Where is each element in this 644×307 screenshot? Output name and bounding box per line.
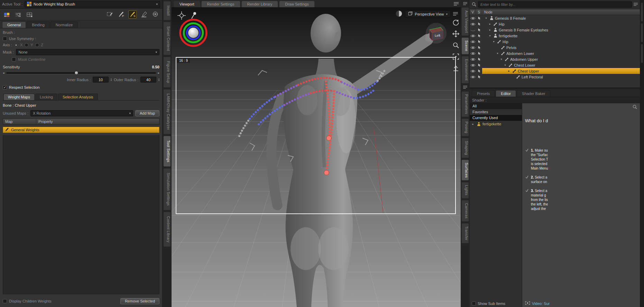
weight-map-grid-icon[interactable] [26, 10, 34, 19]
unused-maps-dropdown[interactable]: X Rotation ▾ [30, 110, 133, 116]
tree-node-label[interactable]: Genesis 8 Female [495, 16, 526, 20]
tree-row[interactable]: ▾Hip [470, 39, 640, 45]
tree-node-label[interactable]: Genesis 8 Female Eyelashes [499, 28, 548, 32]
surface-tree-label[interactable]: fertigekette [482, 122, 501, 126]
dock-tab-transfer[interactable]: Transfer [461, 223, 469, 243]
dock-tab-figure-setup[interactable]: Figure Setup [163, 57, 171, 88]
tree-node-label[interactable]: Hip [503, 40, 508, 44]
sensitivity-handle[interactable] [75, 71, 79, 75]
tab-binding[interactable]: Binding [27, 21, 50, 28]
dock-tab-cameras[interactable]: Cameras [461, 200, 469, 222]
tree-node-label[interactable]: Hip [499, 22, 505, 26]
mask-centerline-checkbox[interactable]: ✓ [12, 57, 16, 61]
selectable-cursor-icon[interactable] [476, 57, 482, 61]
selectable-cursor-icon[interactable] [476, 51, 482, 55]
dock-tab-aux-viewport[interactable]: Aux Viewport [461, 7, 469, 36]
axis-x-radio[interactable] [14, 43, 18, 47]
filter-all[interactable]: All [470, 103, 522, 109]
tree-row[interactable]: ▾Abdomen Upper [470, 56, 640, 62]
map-column-header[interactable]: Map [3, 119, 36, 124]
visibility-column-header[interactable]: V [470, 9, 476, 15]
dock-tab-surfaces[interactable]: Surfaces [461, 160, 469, 181]
expand-arrow-icon[interactable]: ▾ [488, 34, 492, 37]
filter-currently-used[interactable]: Currently Used [470, 115, 522, 121]
selectable-cursor-icon[interactable] [476, 28, 482, 32]
expand-arrow-icon[interactable]: ▾ [484, 17, 488, 20]
visibility-eye-icon[interactable] [470, 22, 476, 26]
dock-tab-parameters[interactable]: Parameters [461, 91, 469, 117]
dock-tab-scene[interactable]: Scene [461, 37, 469, 54]
use-symmetry-checkbox[interactable]: ✓ [3, 37, 7, 41]
respect-selection-checkbox[interactable]: ✓ [3, 85, 7, 89]
visibility-eye-icon[interactable] [470, 69, 476, 73]
filter-favorites[interactable]: Favorites [470, 109, 522, 115]
slider-decrement-icon[interactable]: ◂ [3, 71, 4, 75]
mask-dropdown[interactable]: None ▾ [16, 49, 159, 55]
tree-row[interactable]: ▾Genesis 8 Female [470, 15, 640, 21]
geometry-select-icon[interactable] [105, 10, 114, 19]
weight-map-shaded-icon[interactable] [14, 10, 22, 19]
tree-node-label[interactable]: Chest Lower [514, 63, 535, 67]
active-tool-selector[interactable]: Node Weight Map Brush ▾ [25, 1, 160, 8]
tree-row[interactable]: ▾fertigekette [470, 33, 640, 39]
slider-increment-icon[interactable]: ▸ [158, 71, 159, 75]
tab-viewport[interactable]: Viewport [174, 1, 200, 7]
video-link-label[interactable]: Video: Sur [532, 301, 550, 306]
tree-row[interactable]: ▾Chest Lower [470, 62, 640, 68]
view-cube[interactable]: Left [425, 22, 448, 44]
tab-draw-settings[interactable]: Draw Settings [279, 1, 314, 7]
dock-tab-install[interactable]: Install [163, 1, 171, 20]
expand-arrow-icon[interactable]: ▾ [499, 58, 503, 61]
tree-row[interactable]: ▸Genesis 8 Female Eyelashes [470, 27, 640, 33]
camera-selector[interactable]: Perspective View ▾ [405, 10, 451, 18]
dock-tab-shaping[interactable]: Shaping [461, 138, 469, 158]
show-sub-items-checkbox[interactable]: ✓ [472, 301, 476, 306]
expand-arrow-icon[interactable]: ▸ [507, 69, 511, 73]
smooth-brush-icon[interactable]: S [128, 10, 137, 19]
tree-node-label[interactable]: Chest Upper [518, 69, 539, 73]
expand-arrow-icon[interactable]: ▸ [471, 123, 475, 126]
tree-node-label[interactable]: Left Pectoral [522, 75, 543, 79]
tab-presets[interactable]: Presets [472, 90, 495, 97]
tab-locking[interactable]: Locking [35, 94, 57, 100]
node-column-header[interactable]: Node [482, 9, 640, 15]
pan-icon[interactable] [452, 30, 460, 38]
weight-dropper-icon[interactable] [140, 10, 148, 19]
3d-scene[interactable] [172, 8, 461, 307]
dock-tab-simulation-settings[interactable]: Simulation Settings [163, 168, 171, 210]
visibility-eye-icon[interactable] [470, 34, 476, 38]
tree-node-label[interactable]: Abdomen Lower [506, 51, 534, 56]
selectable-cursor-icon[interactable] [476, 22, 482, 26]
selectable-cursor-icon[interactable] [476, 75, 482, 79]
axis-z-radio[interactable] [35, 43, 39, 47]
video-link[interactable]: Video: Sur [525, 301, 640, 306]
selectable-cursor-icon[interactable] [476, 16, 482, 20]
visibility-eye-icon[interactable] [470, 40, 476, 44]
visibility-eye-icon[interactable] [470, 58, 476, 61]
tab-render-library[interactable]: Render Library [241, 1, 278, 7]
visibility-eye-closed-icon[interactable] [470, 28, 476, 32]
map-list-area[interactable] [3, 135, 159, 294]
selectable-cursor-icon[interactable] [476, 69, 482, 73]
selectable-cursor-icon[interactable] [476, 46, 482, 49]
display-children-checkbox[interactable]: ✓ [3, 299, 7, 303]
expand-arrow-icon[interactable]: ▾ [492, 40, 496, 43]
tree-row[interactable]: Pelvis [470, 45, 640, 50]
map-row-general-weights[interactable]: General Weights [3, 127, 159, 133]
add-map-button[interactable]: Add Map [135, 110, 159, 116]
zoom-icon[interactable] [452, 41, 460, 49]
dock-tab-content-library[interactable]: Content Library [163, 212, 171, 247]
outer-radius-field[interactable]: 40 [140, 77, 156, 83]
expand-arrow-icon[interactable]: ▾ [496, 52, 499, 55]
pane-menu-icon[interactable] [454, 2, 459, 6]
tab-normalize[interactable]: Normalize [50, 21, 78, 28]
tab-selection-analysis[interactable]: Selection Analysis [58, 94, 98, 100]
pane-menu-icon[interactable] [634, 2, 638, 7]
outer-radius-spinner[interactable]: ▴▾ [158, 78, 159, 81]
tree-row[interactable]: Left Pectoral [470, 74, 640, 80]
search-icon[interactable] [633, 105, 637, 110]
selectable-cursor-icon[interactable] [476, 34, 482, 38]
tree-node-label[interactable]: fertigekette [499, 34, 517, 38]
tab-shader-baker[interactable]: Shader Baker [517, 90, 550, 97]
expand-arrow-icon[interactable]: ▸ [488, 22, 492, 26]
